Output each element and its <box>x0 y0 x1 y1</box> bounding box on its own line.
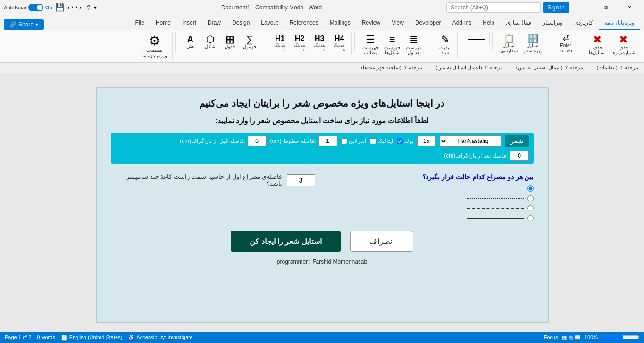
margin-left-input[interactable] <box>318 136 337 146</box>
group-hazf: ✖ حذفشماره‌تیترها ✖ حذفاستایل‌ها <box>584 32 640 58</box>
tab-karbord[interactable]: کاربردی <box>569 17 599 30</box>
tab-home[interactable]: Home <box>150 17 176 30</box>
update-btn[interactable]: ✎ آپدیتسند <box>435 33 454 57</box>
group-hazf-btns: ✖ حذفشماره‌تیترها ✖ حذفاستایل‌ها <box>586 33 637 57</box>
share-chevron: ▾ <box>35 21 38 28</box>
zoom-slider[interactable] <box>602 334 639 337</box>
focus-btn[interactable]: Focus <box>544 335 558 337</box>
margin-before-input[interactable] <box>248 136 267 146</box>
hazf-shomareh-label: حذفشماره‌تیترها <box>611 45 635 55</box>
redo-icon[interactable]: ↪ <box>76 4 82 11</box>
zoom-level: 100% <box>585 335 598 337</box>
search-input[interactable] <box>446 2 541 13</box>
tab-insert[interactable]: Insert <box>176 17 202 30</box>
accessibility-text[interactable]: Accessibility: Investigate <box>136 335 192 337</box>
settings-btn[interactable]: ⚙ تنظیماتویژه‌پایان‌نامه <box>139 33 169 59</box>
font-size-input[interactable] <box>417 136 436 146</box>
style-custom-btn[interactable]: 📋 استایلسفارشی <box>498 33 520 55</box>
restore-button[interactable]: ⧉ <box>595 0 617 15</box>
hazf-style-btn[interactable]: ✖ حذفاستایل‌ها <box>586 33 608 57</box>
undo-icon[interactable]: ↩ <box>67 4 73 11</box>
sep4 <box>460 32 460 51</box>
tab-design[interactable]: Design <box>226 17 255 30</box>
bold-checkbox[interactable] <box>397 138 403 144</box>
heading2-icon: H2 <box>295 34 304 43</box>
heading4-btn[interactable]: H4 هدینگ4 <box>330 33 349 54</box>
distance-input[interactable] <box>287 174 315 186</box>
language-text[interactable]: English (United States) <box>69 335 123 337</box>
radio-item-dashed <box>329 205 534 211</box>
table-btn[interactable]: ▦ جدول <box>220 33 239 50</box>
tab-layout[interactable]: Layout <box>255 17 284 30</box>
save-icon[interactable]: 💾 <box>55 3 65 12</box>
group-line: —— <box>463 32 490 45</box>
tab-view[interactable]: View <box>386 17 410 30</box>
sep6 <box>354 32 355 51</box>
autosave-pill[interactable] <box>28 4 43 11</box>
margin-after-label: :فاصله بعد از پاراگراف(cm) <box>444 152 508 159</box>
sep3 <box>492 32 493 51</box>
group-headings: H4 هدینگ4 H3 هدینگ3 H2 هدینگ2 H1 هدینگ1 <box>268 32 352 55</box>
autosave-toggle[interactable]: AutoSave On <box>4 4 52 11</box>
tab-file[interactable]: File <box>130 17 150 30</box>
group-update: ✎ آپدیتسند <box>433 32 458 58</box>
step2[interactable]: مرحله ۲: (اعمال استایل به متن) <box>514 64 585 72</box>
autosave-state: On <box>45 5 52 10</box>
step3[interactable]: مرحله ۲: (اعمال استایل به متن) <box>434 64 505 72</box>
text-btn[interactable]: A متن <box>181 33 200 50</box>
share-button[interactable]: 🔗 Share ▾ <box>4 19 44 30</box>
print-icon[interactable]: 🖨 <box>84 4 91 11</box>
minimize-button[interactable]: ─ <box>571 0 593 15</box>
line-btn[interactable]: —— <box>466 33 486 44</box>
heading2-btn[interactable]: H2 هدینگ2 <box>290 33 309 54</box>
step1[interactable]: مرحله ۱: (تنظیمات) <box>594 64 640 72</box>
fehrst-jadval-btn[interactable]: ≣ فهرستجداول <box>403 33 424 57</box>
signin-button[interactable]: Sign in <box>543 2 569 13</box>
fehrst-shakl-btn[interactable]: ≡ فهرستشکل‌ها <box>382 33 402 57</box>
tab-draw[interactable]: Draw <box>202 17 226 30</box>
close-button[interactable]: ✕ <box>619 0 640 15</box>
underline-checkbox[interactable] <box>341 138 347 144</box>
radio-group <box>329 185 534 221</box>
tab-addins[interactable]: Add-ins <box>447 17 477 30</box>
radio-dashed[interactable] <box>527 205 534 211</box>
radio-solid[interactable] <box>527 215 534 221</box>
heading1-btn[interactable]: H1 هدینگ1 <box>270 33 289 54</box>
tab-faalsazi[interactable]: فعال‌سازی <box>500 17 537 30</box>
sep2 <box>551 32 551 51</box>
tab-review[interactable]: Review <box>356 17 386 30</box>
page-info[interactable]: Page 1 of 2 <box>5 335 31 338</box>
radio-none[interactable] <box>527 185 534 192</box>
style-poem-btn[interactable]: 🔡 استایلویژه شعر <box>521 33 545 55</box>
tab-wize-payanname[interactable]: ویژه‌پایان‌نامه <box>599 17 640 30</box>
group-insert-types-btns: ∑ فرمول ▦ جدول ⬡ شکل A متن <box>181 33 259 50</box>
hazf-shomareh-btn[interactable]: ✖ حذفشماره‌تیترها <box>609 33 637 57</box>
create-style-button[interactable]: استایل شعر را ایجاد کن <box>231 231 341 252</box>
heading3-btn[interactable]: H3 هدینگ3 <box>310 33 329 54</box>
tab-virastar[interactable]: ویراستار <box>537 17 569 30</box>
buttons-row: استایل شعر را ایجاد کن انصراف <box>111 231 534 252</box>
font-name-select[interactable]: IranNastaliq <box>440 135 501 147</box>
margin-after-input[interactable] <box>510 151 529 161</box>
underline-label: آندرلاین <box>349 138 366 144</box>
share-label: Share <box>18 21 33 28</box>
sep7 <box>265 32 265 51</box>
formula-btn[interactable]: ∑ فرمول <box>240 33 259 50</box>
radio-line-solid <box>467 218 524 219</box>
tab-help[interactable]: Help <box>477 17 500 30</box>
share-icon: 🔗 <box>9 21 17 28</box>
autosave-label: AutoSave <box>4 5 26 10</box>
step4[interactable]: مرحله ۳: (ساخت فهرست‌ها) <box>360 64 425 72</box>
tab-developer[interactable]: Developer <box>410 17 447 30</box>
status-left: Page 1 of 2 0 words 📄 English (United St… <box>5 335 193 338</box>
italic-checkbox[interactable] <box>370 138 376 144</box>
fehrst-matalib-btn[interactable]: ☰ فهرستمطالب <box>360 33 381 57</box>
cancel-button[interactable]: انصراف <box>350 231 413 252</box>
radio-dotted[interactable] <box>527 195 534 201</box>
tab-mailings[interactable]: Mailings <box>324 17 356 30</box>
heading1-icon: H1 <box>275 34 284 43</box>
shape-icon: ⬡ <box>206 34 214 44</box>
tab-references[interactable]: References <box>284 17 324 30</box>
shape-btn[interactable]: ⬡ شکل <box>201 33 219 50</box>
enter-tab-btn[interactable]: ⏎ Enterto Tab <box>556 33 575 55</box>
